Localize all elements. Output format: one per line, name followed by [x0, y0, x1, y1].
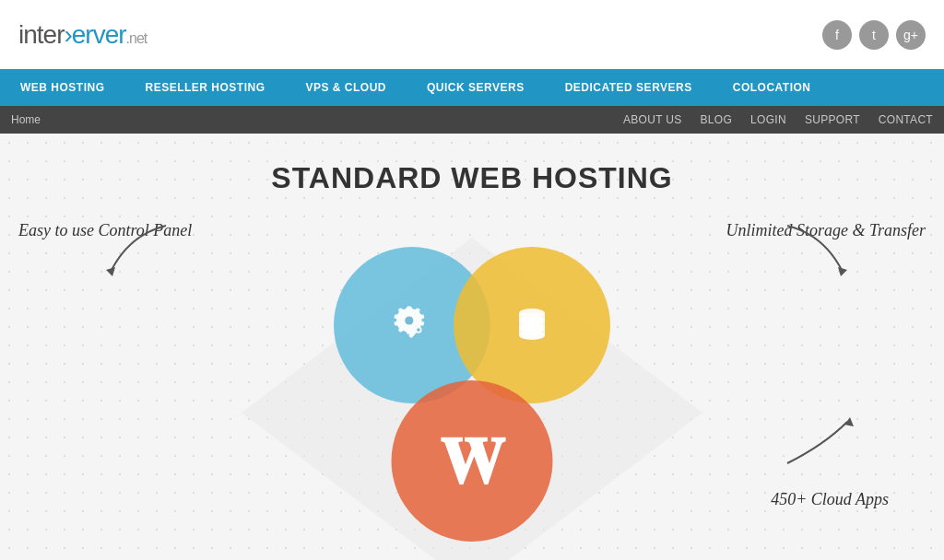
breadcrumb-home[interactable]: Home: [11, 113, 41, 126]
link-support[interactable]: SUPPORT: [805, 113, 860, 126]
svg-point-0: [405, 316, 413, 324]
nav-vps-cloud[interactable]: VPS & CLOUD: [286, 69, 407, 106]
svg-marker-12: [838, 267, 847, 276]
arrow-left-svg: [92, 216, 203, 290]
social-icons-group: f t g+: [822, 20, 926, 50]
database-icon: [509, 302, 555, 348]
twitter-icon[interactable]: t: [859, 20, 889, 50]
gear-wrench-icon: [387, 300, 438, 351]
site-header: inter›erver.net f t g+: [0, 0, 944, 69]
secondary-right-links: ABOUT US BLOG LOGIN SUPPORT CONTACT: [623, 113, 933, 126]
nav-reseller-hosting[interactable]: RESELLER HOSTING: [125, 69, 286, 106]
secondary-navigation: Home ABOUT US BLOG LOGIN SUPPORT CONTACT: [0, 106, 944, 134]
link-blog[interactable]: BLOG: [700, 113, 732, 126]
nav-quick-servers[interactable]: QUICK SERVERS: [407, 69, 545, 106]
wordpress-icon: 𝐖: [440, 429, 504, 494]
svg-marker-13: [844, 417, 854, 426]
nav-dedicated-servers[interactable]: DEDICATED SERVERS: [545, 69, 713, 106]
venn-diagram: 𝐖: [306, 247, 638, 542]
nav-web-hosting[interactable]: WEB HOSTING: [0, 69, 125, 106]
googleplus-icon[interactable]: g+: [896, 20, 926, 50]
logo-arrow: ›: [64, 20, 71, 50]
site-logo[interactable]: inter›erver.net: [18, 20, 147, 50]
hero-section: STANDARD WEB HOSTING Easy to use Control…: [0, 134, 944, 560]
main-navigation: WEB HOSTING RESELLER HOSTING VPS & CLOUD…: [0, 69, 944, 106]
svg-point-10: [519, 331, 545, 340]
label-cloud-apps: 450+ Cloud Apps: [771, 490, 889, 509]
link-about-us[interactable]: ABOUT US: [623, 113, 682, 126]
svg-point-3: [417, 328, 420, 332]
arrow-bottom-right-svg: [769, 408, 861, 472]
logo-server: erver: [72, 20, 126, 49]
svg-marker-11: [106, 267, 115, 276]
arrow-right-svg: [750, 216, 861, 290]
link-login[interactable]: LOGIN: [750, 113, 786, 126]
nav-colocation[interactable]: COLOCATION: [713, 69, 832, 106]
logo-net: .net: [126, 30, 148, 46]
facebook-icon[interactable]: f: [822, 20, 852, 50]
hero-title: STANDARD WEB HOSTING: [271, 161, 672, 195]
link-contact[interactable]: CONTACT: [879, 113, 933, 126]
logo-inter: inter: [18, 20, 64, 49]
circle-cloud-apps: 𝐖: [392, 380, 553, 542]
